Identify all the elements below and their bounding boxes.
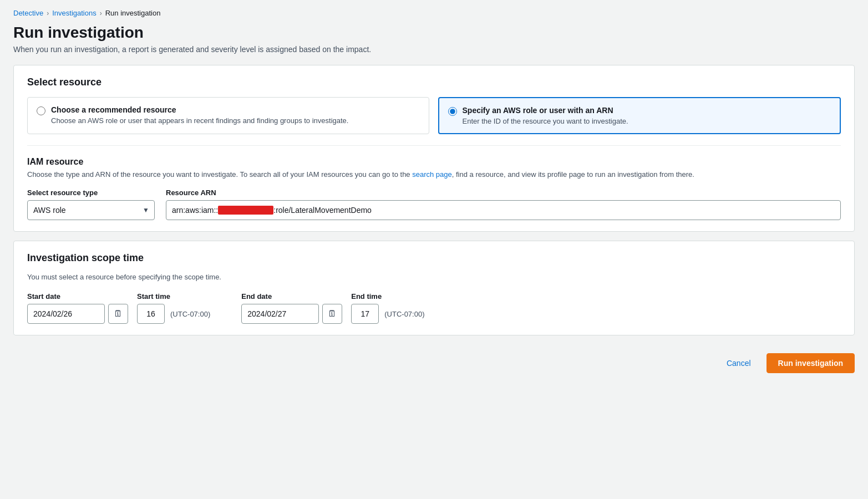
- end-date-label: End date: [241, 292, 342, 301]
- date-time-row: Start date 🗓 Start time (UTC-07:00) End …: [27, 292, 841, 324]
- resource-options: Choose a recommended resource Choose an …: [27, 97, 841, 134]
- end-date-input-row: 🗓: [241, 304, 342, 324]
- scope-time-title: Investigation scope time: [27, 252, 841, 264]
- end-time-input[interactable]: [351, 304, 379, 324]
- start-date-group: Start date 🗓: [27, 292, 128, 324]
- start-date-input-row: 🗓: [27, 304, 128, 324]
- iam-search-page-link[interactable]: search page: [412, 170, 452, 179]
- resource-option-arn[interactable]: Specify an AWS role or user with an ARN …: [438, 97, 841, 134]
- end-time-label: End time: [351, 292, 424, 301]
- page-title: Run investigation: [13, 24, 855, 42]
- cancel-button[interactable]: Cancel: [720, 354, 758, 372]
- resource-arn-group: Resource ARN arn:aws:iam:::role/LateralM…: [166, 189, 841, 220]
- resource-type-group: Select resource type AWS role AWS user ▼: [27, 189, 155, 220]
- resource-option-recommended-content: Choose a recommended resource Choose an …: [51, 105, 348, 125]
- arn-suffix: :role/LateralMovementDemo: [273, 206, 372, 215]
- arn-redacted-block: [218, 206, 273, 215]
- end-date-calendar-button[interactable]: 🗓: [322, 304, 342, 324]
- breadcrumb-current: Run investigation: [105, 9, 161, 17]
- breadcrumb-detective-link[interactable]: Detective: [13, 9, 43, 17]
- iam-section-desc: Choose the type and ARN of the resource …: [27, 170, 841, 179]
- resource-type-label: Select resource type: [27, 189, 155, 197]
- iam-desc-prefix: Choose the type and ARN of the resource …: [27, 170, 412, 179]
- arn-text-display: arn:aws:iam:::role/LateralMovementDemo: [172, 206, 372, 215]
- scope-time-panel: Investigation scope time You must select…: [13, 241, 855, 335]
- page-subtitle: When you run an investigation, a report …: [13, 45, 855, 54]
- end-time-group: End time (UTC-07:00): [351, 292, 424, 324]
- start-date-calendar-button[interactable]: 🗓: [108, 304, 128, 324]
- start-timezone-label: (UTC-07:00): [170, 310, 210, 318]
- start-time-input-row: (UTC-07:00): [137, 304, 210, 324]
- select-resource-panel: Select resource Choose a recommended res…: [13, 65, 855, 232]
- end-timezone-label: (UTC-07:00): [384, 310, 424, 318]
- iam-section-title: IAM resource: [27, 157, 841, 167]
- end-time-input-row: (UTC-07:00): [351, 304, 424, 324]
- breadcrumb-separator-2: ›: [100, 9, 102, 17]
- resource-type-select-wrapper: AWS role AWS user ▼: [27, 200, 155, 220]
- run-investigation-button[interactable]: Run investigation: [767, 353, 855, 373]
- resource-type-select[interactable]: AWS role AWS user: [27, 200, 155, 220]
- start-date-input[interactable]: [27, 304, 105, 324]
- start-date-label: Start date: [27, 292, 128, 301]
- resource-option-recommended-title: Choose a recommended resource: [51, 105, 348, 114]
- arn-prefix: arn:aws:iam::: [172, 206, 218, 215]
- scope-time-desc: You must select a resource before specif…: [27, 273, 841, 281]
- select-resource-panel-title: Select resource: [27, 77, 841, 88]
- breadcrumb-separator-1: ›: [47, 9, 49, 17]
- resource-option-arn-title: Specify an AWS role or user with an ARN: [463, 106, 628, 115]
- iam-section: IAM resource Choose the type and ARN of …: [27, 145, 841, 220]
- resource-option-arn-content: Specify an AWS role or user with an ARN …: [463, 106, 628, 125]
- end-date-group: End date 🗓: [241, 292, 342, 324]
- iam-form-row: Select resource type AWS role AWS user ▼…: [27, 189, 841, 220]
- end-date-input[interactable]: [241, 304, 319, 324]
- footer-actions: Cancel Run investigation: [13, 344, 855, 382]
- breadcrumb-investigations-link[interactable]: Investigations: [52, 9, 97, 17]
- resource-option-arn-desc: Enter the ID of the resource you want to…: [463, 117, 628, 125]
- resource-option-arn-radio[interactable]: [448, 107, 457, 116]
- breadcrumb: Detective › Investigations › Run investi…: [13, 9, 855, 17]
- iam-desc-suffix: , find a resource, and view its profile …: [452, 170, 694, 179]
- resource-arn-input-display: arn:aws:iam:::role/LateralMovementDemo: [166, 200, 841, 220]
- start-time-group: Start time (UTC-07:00): [137, 292, 210, 324]
- start-time-input[interactable]: [137, 304, 165, 324]
- resource-option-recommended-desc: Choose an AWS role or user that appears …: [51, 116, 348, 125]
- start-time-label: Start time: [137, 292, 210, 301]
- resource-arn-label: Resource ARN: [166, 189, 841, 197]
- resource-option-recommended[interactable]: Choose a recommended resource Choose an …: [27, 97, 429, 134]
- resource-option-recommended-radio[interactable]: [37, 106, 45, 115]
